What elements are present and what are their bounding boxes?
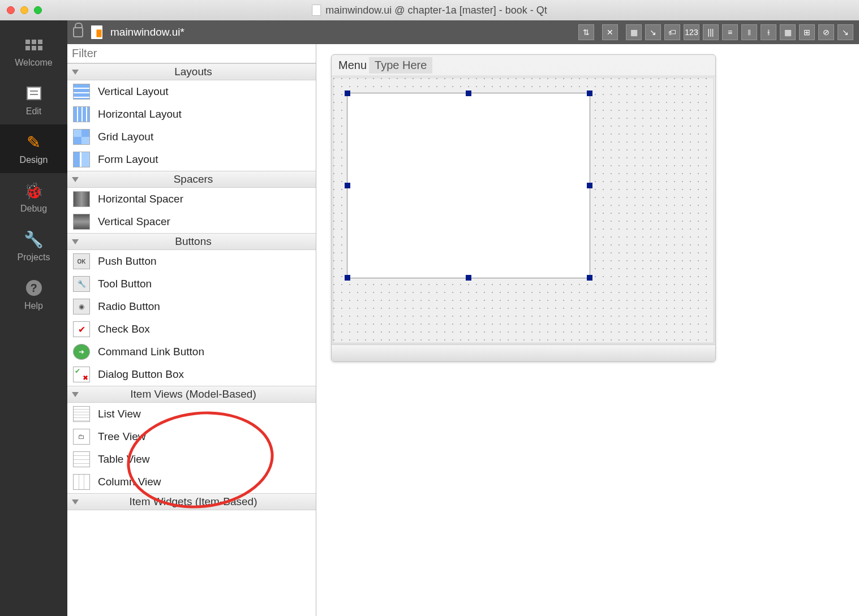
vertical-layout-icon: [73, 84, 90, 100]
menu-item[interactable]: Menu: [338, 59, 367, 72]
edit-file-icon: [91, 25, 102, 39]
filter-input[interactable]: [67, 44, 316, 63]
resize-handle[interactable]: [587, 275, 592, 281]
category-title: Spacers: [84, 173, 316, 186]
mode-design-label: Design: [20, 155, 48, 165]
layout-vert-splitter-icon[interactable]: ⫲: [761, 24, 776, 40]
resize-handle[interactable]: [587, 91, 592, 96]
layout-toolbar-group: ▦ ↘ 🏷 123 ||| ≡ ⫴ ⫲ ▦ ⊞ ⊘ ↘: [626, 24, 853, 40]
widget-label: Form Layout: [98, 153, 158, 166]
mode-projects[interactable]: 🔧 Projects: [0, 222, 67, 270]
mode-help-label: Help: [24, 301, 43, 311]
menu-type-here[interactable]: Type Here: [369, 57, 432, 74]
widget-vertical-spacer[interactable]: Vertical Spacer: [67, 210, 316, 233]
widget-label: Vertical Spacer: [98, 216, 170, 228]
mode-selector: Welcome Edit ✎ Design 🐞 Debug 🔧 Projects…: [0, 20, 67, 616]
close-window-button[interactable]: [7, 6, 15, 14]
close-icon[interactable]: ✕: [602, 24, 618, 40]
category-header-buttons[interactable]: Buttons: [67, 233, 316, 250]
grid-icon: [24, 35, 44, 54]
form-window[interactable]: Menu Type Here: [331, 54, 716, 362]
resize-handle[interactable]: [587, 183, 592, 188]
check-box-icon: [73, 321, 90, 337]
edit-taborder-icon[interactable]: 123: [684, 24, 699, 40]
widget-label: List View: [98, 408, 141, 420]
mode-debug-label: Debug: [20, 204, 47, 214]
minimize-window-button[interactable]: [20, 6, 28, 14]
widget-check-box[interactable]: Check Box: [67, 318, 316, 341]
widget-tree-view[interactable]: Tree View: [67, 425, 316, 448]
form-statusbar: [332, 344, 715, 361]
bug-icon: 🐞: [24, 181, 44, 200]
widget-column-view[interactable]: Column View: [67, 471, 316, 493]
pencil-icon: ✎: [24, 132, 44, 152]
widget-vertical-layout[interactable]: Vertical Layout: [67, 80, 316, 103]
layout-form-icon[interactable]: ⊞: [799, 24, 815, 40]
widget-table-view[interactable]: Table View: [67, 448, 316, 471]
widget-push-button[interactable]: OKPush Button: [67, 250, 316, 273]
mode-projects-label: Projects: [18, 252, 50, 262]
layout-horiz-icon[interactable]: |||: [703, 24, 719, 40]
category-title: Item Widgets (Item-Based): [84, 496, 316, 508]
form-central-area[interactable]: [333, 77, 714, 343]
resize-handle[interactable]: [345, 275, 350, 281]
list-view-icon: [73, 406, 90, 422]
mode-welcome-label: Welcome: [15, 58, 52, 68]
layout-grid-icon[interactable]: ▦: [780, 24, 796, 40]
widget-label: Table View: [98, 453, 150, 466]
resize-handle[interactable]: [345, 91, 350, 96]
widget-box-content[interactable]: Layouts Vertical Layout Horizontal Layou…: [67, 63, 316, 616]
widget-dialog-button-box[interactable]: Dialog Button Box: [67, 363, 316, 386]
mode-debug[interactable]: 🐞 Debug: [0, 173, 67, 222]
wrench-icon: 🔧: [24, 230, 44, 249]
zoom-window-button[interactable]: [34, 6, 42, 14]
lock-icon[interactable]: [73, 27, 83, 37]
widget-grid-layout[interactable]: Grid Layout: [67, 126, 316, 148]
widget-label: Push Button: [98, 255, 157, 268]
adjust-size-icon[interactable]: ↘: [837, 24, 853, 40]
updown-icon[interactable]: ⇅: [578, 24, 594, 40]
widget-horizontal-spacer[interactable]: Horizontal Spacer: [67, 188, 316, 210]
widget-label: Horizontal Layout: [98, 108, 182, 120]
layout-horiz-splitter-icon[interactable]: ⫴: [741, 24, 757, 40]
tool-button-icon: 🔧: [73, 276, 90, 292]
category-header-item-views[interactable]: Item Views (Model-Based): [67, 386, 316, 403]
form-menubar[interactable]: Menu Type Here: [332, 55, 715, 76]
widget-tool-button[interactable]: 🔧Tool Button: [67, 273, 316, 295]
disclosure-triangle-icon: [72, 499, 79, 505]
widget-form-layout[interactable]: Form Layout: [67, 148, 316, 171]
edit-buddies-icon[interactable]: 🏷: [664, 24, 680, 40]
edit-widgets-icon[interactable]: ▦: [626, 24, 642, 40]
traffic-lights: [7, 6, 42, 14]
widget-label: Dialog Button Box: [98, 368, 184, 381]
window-title-wrap: mainwindow.ui @ chapter-1a [master] - bo…: [312, 5, 547, 16]
widget-radio-button[interactable]: Radio Button: [67, 295, 316, 318]
table-view-icon: [73, 451, 90, 467]
designer-toolbar: mainwindow.ui* ⇅ ✕ ▦ ↘ 🏷 123 ||| ≡ ⫴ ⫲ ▦…: [67, 20, 859, 44]
category-title: Item Views (Model-Based): [84, 388, 316, 400]
disclosure-triangle-icon: [72, 392, 79, 397]
mode-design[interactable]: ✎ Design: [0, 124, 67, 173]
resize-handle[interactable]: [466, 275, 471, 281]
push-button-icon: OK: [73, 253, 90, 269]
mode-edit[interactable]: Edit: [0, 76, 67, 124]
mode-welcome[interactable]: Welcome: [0, 27, 67, 76]
layout-vert-icon[interactable]: ≡: [722, 24, 738, 40]
edit-signals-icon[interactable]: ↘: [645, 24, 661, 40]
document-lines-icon: [24, 84, 44, 103]
selected-widget[interactable]: [347, 93, 590, 278]
widget-command-link-button[interactable]: Command Link Button: [67, 341, 316, 363]
widget-horizontal-layout[interactable]: Horizontal Layout: [67, 103, 316, 126]
horizontal-spacer-icon: [73, 191, 90, 207]
mode-help[interactable]: ? Help: [0, 270, 67, 319]
resize-handle[interactable]: [345, 183, 350, 188]
titlebar: mainwindow.ui @ chapter-1a [master] - bo…: [0, 0, 859, 20]
break-layout-icon[interactable]: ⊘: [818, 24, 834, 40]
question-icon: ?: [24, 278, 44, 298]
category-header-layouts[interactable]: Layouts: [67, 63, 316, 80]
form-canvas-area[interactable]: Menu Type Here: [316, 44, 859, 616]
resize-handle[interactable]: [466, 91, 471, 96]
category-header-item-widgets[interactable]: Item Widgets (Item-Based): [67, 493, 316, 510]
category-header-spacers[interactable]: Spacers: [67, 171, 316, 188]
widget-list-view[interactable]: List View: [67, 403, 316, 425]
